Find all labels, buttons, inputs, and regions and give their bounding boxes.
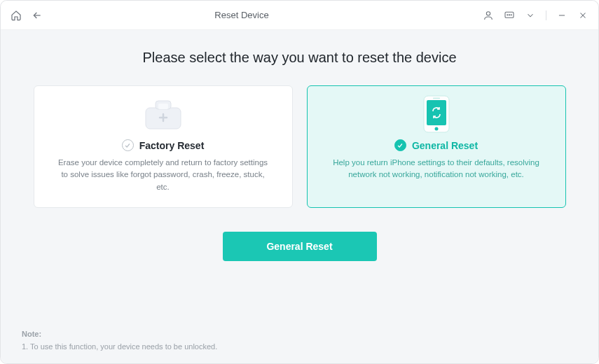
svg-point-2 <box>507 14 508 15</box>
svg-point-0 <box>486 11 490 15</box>
content-area: Please select the way you want to reset … <box>1 30 598 363</box>
option-cards: Factory Reset Erase your device complete… <box>22 85 577 208</box>
note-block: Note: 1. To use this function, your devi… <box>22 317 577 351</box>
close-icon[interactable] <box>577 10 588 21</box>
card-title: Factory Reset <box>139 140 205 151</box>
check-icon <box>122 139 134 151</box>
svg-point-4 <box>511 14 511 15</box>
card-factory-reset[interactable]: Factory Reset Erase your device complete… <box>34 85 293 208</box>
separator <box>546 10 546 20</box>
check-icon <box>394 139 406 151</box>
page-heading: Please select the way you want to reset … <box>22 50 577 66</box>
svg-rect-9 <box>427 100 446 125</box>
svg-rect-7 <box>158 104 168 109</box>
note-line: 1. To use this function, your device nee… <box>22 342 577 351</box>
card-description: Erase your device completely and return … <box>55 157 271 193</box>
chevron-down-icon[interactable] <box>525 10 536 21</box>
svg-point-10 <box>434 127 438 131</box>
minimize-icon[interactable] <box>556 10 567 21</box>
titlebar: Reset Device <box>1 1 598 30</box>
app-window: Reset Device Please select the way you w… <box>0 0 599 364</box>
back-icon[interactable] <box>32 10 43 21</box>
card-title: General Reset <box>412 140 478 151</box>
card-general-reset[interactable]: General Reset Help you return iPhone set… <box>307 85 566 208</box>
svg-rect-11 <box>433 98 440 99</box>
user-icon[interactable] <box>483 10 494 21</box>
card-description: Help you return iPhone settings to their… <box>329 157 544 181</box>
toolbox-icon <box>142 94 185 134</box>
feedback-icon[interactable] <box>504 10 515 21</box>
svg-point-3 <box>509 14 509 15</box>
home-icon[interactable] <box>11 10 22 21</box>
primary-action-button[interactable]: General Reset <box>223 232 377 261</box>
phone-refresh-icon <box>422 94 450 134</box>
window-title: Reset Device <box>78 10 406 20</box>
note-label: Note: <box>22 330 577 338</box>
